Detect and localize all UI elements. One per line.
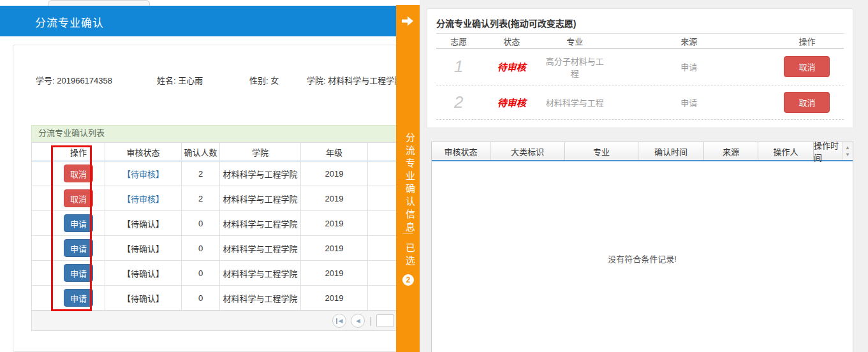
table-row: 取消 【待审核】 2 材料科学与工程学院 2019 xyxy=(32,161,397,186)
row-college-cell: 材料科学与工程学院 xyxy=(220,286,301,311)
student-confirm-card: 学号: 201966174358 姓名: 王心雨 性别: 女 学院: 材料科学与… xyxy=(13,45,397,352)
row-expand-cell xyxy=(32,286,52,311)
row-count-cell: 2 xyxy=(182,161,220,186)
grid-header-count: 确认人数 xyxy=(182,143,220,161)
apply-button[interactable]: 申请 xyxy=(64,214,93,232)
cancel-button[interactable]: 取消 xyxy=(64,165,93,182)
hist-header-confirm-time: 确认时间 xyxy=(638,142,704,160)
grid-header-extra xyxy=(368,143,397,161)
grid-header-row: 操作 审核状态 确认人数 学院 年级 xyxy=(32,143,397,161)
row-grade-cell: 2019 xyxy=(301,261,368,286)
scroll-down-icon[interactable]: ▼ xyxy=(845,152,850,158)
row-expand-cell xyxy=(32,211,52,236)
volunteer-action-cell: 取消 xyxy=(770,92,844,113)
confirm-grid: 操作 审核状态 确认人数 学院 年级 取消 【待审核】 2 材料科学与工程学院 … xyxy=(31,142,397,311)
row-college-cell: 材料科学与工程学院 xyxy=(220,211,301,236)
cancel-button[interactable]: 取消 xyxy=(784,56,830,77)
hist-header-source: 来源 xyxy=(704,142,758,160)
student-id-field: 学号: 201966174358 xyxy=(36,74,112,86)
cancel-button[interactable]: 取消 xyxy=(64,189,93,207)
row-status-cell: 【待确认】 xyxy=(105,211,182,236)
grid-pager: ◀ ◀ | xyxy=(31,311,397,331)
hist-header-status: 审核状态 xyxy=(432,142,490,160)
row-college-cell: 材料科学与工程学院 xyxy=(220,236,301,261)
table-row: 申请 【待确认】 0 材料科学与工程学院 2019 xyxy=(32,286,397,311)
table-row: 取消 【待审核】 2 材料科学与工程学院 2019 xyxy=(32,186,397,211)
cancel-button[interactable]: 取消 xyxy=(784,92,830,113)
volunteer-status: 待审核 xyxy=(481,96,542,109)
apply-button[interactable]: 申请 xyxy=(64,239,93,257)
browser-tab-nub xyxy=(48,0,150,6)
volunteer-source: 申请 xyxy=(607,96,770,108)
table-row: 申请 【待确认】 0 材料科学与工程学院 2019 xyxy=(32,211,397,236)
vol-header-status: 状态 xyxy=(481,35,542,47)
side-panel-toggle[interactable]: 分流专业确认信息 已选 2 xyxy=(396,5,420,352)
apply-button[interactable]: 申请 xyxy=(64,289,93,307)
panel-header: 分流专业确认 xyxy=(0,6,396,36)
row-status-cell: 【待审核】 xyxy=(105,186,182,211)
row-status-cell: 【待确认】 xyxy=(105,236,182,261)
row-count-cell: 0 xyxy=(182,211,220,236)
row-extra-cell xyxy=(368,261,397,286)
hist-header-major: 专业 xyxy=(565,142,638,160)
volunteer-row[interactable]: 1 待审核 高分子材料与工程 申请 取消 xyxy=(436,48,844,85)
vol-header-source: 来源 xyxy=(607,35,770,47)
status-link[interactable]: 【待审核】 xyxy=(122,168,164,180)
volunteer-rank: 1 xyxy=(436,57,481,77)
row-count-cell: 0 xyxy=(182,261,220,286)
student-name-field: 姓名: 王心雨 xyxy=(157,74,203,86)
vol-header-action: 操作 xyxy=(770,35,844,47)
right-panel: 分流专业确认列表(拖动可改变志愿) 志愿 状态 专业 来源 操作 1 待审核 高… xyxy=(420,0,868,352)
student-name-label: 姓名: xyxy=(157,76,176,85)
first-page-button[interactable]: ◀ xyxy=(332,314,346,328)
prev-page-button[interactable]: ◀ xyxy=(351,314,365,328)
prev-page-icon: ◀ xyxy=(356,318,360,324)
row-action-cell: 申请 xyxy=(52,236,105,261)
history-table-card: 审核状态 大类标识 专业 确认时间 来源 操作人 操作时间 ▲ ▼ 没有符合条件… xyxy=(431,142,853,352)
empty-records-message: 没有符合条件记录! xyxy=(432,253,853,265)
row-count-cell: 0 xyxy=(182,286,220,311)
grid-header-college: 学院 xyxy=(220,143,301,161)
row-action-cell: 申请 xyxy=(52,211,105,236)
student-college-value: 材料科学与工程学院 xyxy=(328,76,397,85)
arrow-right-icon[interactable] xyxy=(401,15,414,29)
history-scroll-arrows[interactable]: ▲ ▼ xyxy=(842,142,853,160)
volunteer-action-cell: 取消 xyxy=(770,56,844,77)
volunteer-source: 申请 xyxy=(607,61,770,73)
volunteer-major: 材料科学与工程 xyxy=(542,96,607,108)
scroll-up-icon[interactable]: ▲ xyxy=(845,145,850,150)
row-expand-cell xyxy=(32,236,52,261)
row-expand-cell xyxy=(32,261,52,286)
student-id-value: 201966174358 xyxy=(57,76,112,85)
student-gender-value: 女 xyxy=(270,76,279,85)
row-college-cell: 材料科学与工程学院 xyxy=(220,161,301,186)
volunteer-row[interactable]: 2 待审核 材料科学与工程 申请 取消 xyxy=(436,85,844,120)
grid-header-grade: 年级 xyxy=(301,143,368,161)
history-header-row: 审核状态 大类标识 专业 确认时间 来源 操作人 操作时间 ▲ ▼ xyxy=(432,142,853,161)
pager-page-input[interactable] xyxy=(376,314,394,327)
row-extra-cell xyxy=(368,186,397,211)
volunteer-header-row: 志愿 状态 专业 来源 操作 xyxy=(436,33,844,48)
row-college-cell: 材料科学与工程学院 xyxy=(220,186,301,211)
page-title: 分流专业确认 xyxy=(35,14,104,30)
row-status-cell: 【待确认】 xyxy=(105,286,182,311)
row-action-cell: 申请 xyxy=(52,261,105,286)
student-id-label: 学号: xyxy=(36,76,55,85)
vol-header-major: 专业 xyxy=(542,35,607,47)
apply-button[interactable]: 申请 xyxy=(64,264,93,282)
student-college-field: 学院: 材料科学与工程学院 xyxy=(307,74,397,86)
grid-header-expand xyxy=(32,143,52,161)
status-link[interactable]: 【待审核】 xyxy=(122,193,164,205)
student-gender-field: 性别: 女 xyxy=(249,74,279,86)
volunteer-major: 高分子材料与工程 xyxy=(542,55,607,79)
hist-header-category: 大类标识 xyxy=(490,142,565,160)
pager-separator: | xyxy=(369,316,372,326)
student-college-label: 学院: xyxy=(307,76,326,85)
row-expand-cell xyxy=(32,161,52,186)
row-grade-cell: 2019 xyxy=(301,186,368,211)
row-grade-cell: 2019 xyxy=(301,286,368,311)
row-grade-cell: 2019 xyxy=(301,211,368,236)
row-status-cell: 【待确认】 xyxy=(105,261,182,286)
volunteer-status: 待审核 xyxy=(481,60,542,73)
row-action-cell: 取消 xyxy=(52,161,105,186)
